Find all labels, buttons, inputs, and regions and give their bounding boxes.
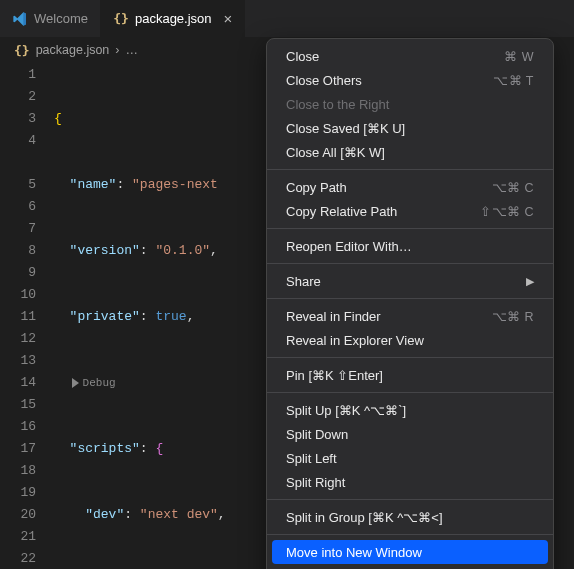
menu-separator: [267, 298, 553, 299]
menu-reveal-explorer[interactable]: Reveal in Explorer View: [272, 328, 548, 352]
chevron-right-icon: ›: [115, 43, 119, 57]
json-icon: {}: [14, 43, 30, 58]
menu-split-right[interactable]: Split Right: [272, 470, 548, 494]
menu-separator: [267, 169, 553, 170]
menu-separator: [267, 499, 553, 500]
menu-close-all[interactable]: Close All [⌘K W]: [272, 140, 548, 164]
chevron-right-icon: ▶: [526, 275, 534, 288]
menu-reopen-with[interactable]: Reopen Editor With…: [272, 234, 548, 258]
menu-copy-new-window[interactable]: Copy into New Window [⌘K O]: [272, 564, 548, 569]
menu-split-up[interactable]: Split Up [⌘K ^⌥⌘`]: [272, 398, 548, 422]
menu-split-in-group[interactable]: Split in Group [⌘K ^⌥⌘<]: [272, 505, 548, 529]
menu-copy-relative-path[interactable]: Copy Relative Path⇧⌥⌘ C: [272, 199, 548, 223]
menu-share[interactable]: Share▶: [272, 269, 548, 293]
menu-split-left[interactable]: Split Left: [272, 446, 548, 470]
tab-welcome[interactable]: Welcome: [0, 0, 101, 37]
tab-bar: Welcome {} package.json ×: [0, 0, 574, 38]
menu-separator: [267, 392, 553, 393]
menu-separator: [267, 263, 553, 264]
tab-welcome-label: Welcome: [34, 11, 88, 26]
breadcrumb-file: package.json: [36, 43, 110, 57]
menu-separator: [267, 534, 553, 535]
debug-codelens[interactable]: Debug: [70, 372, 116, 394]
menu-move-new-window[interactable]: Move into New Window: [272, 540, 548, 564]
menu-close-right: Close to the Right: [272, 92, 548, 116]
menu-reveal-finder[interactable]: Reveal in Finder⌥⌘ R: [272, 304, 548, 328]
menu-separator: [267, 357, 553, 358]
menu-pin[interactable]: Pin [⌘K ⇧Enter]: [272, 363, 548, 387]
tab-package-json[interactable]: {} package.json ×: [101, 0, 245, 37]
line-gutter: 12345678910111213141516171819202122: [0, 64, 54, 569]
menu-split-down[interactable]: Split Down: [272, 422, 548, 446]
json-icon: {}: [113, 11, 129, 27]
close-icon[interactable]: ×: [224, 11, 233, 26]
tab-package-json-label: package.json: [135, 11, 212, 26]
vscode-icon: [12, 11, 28, 27]
play-icon: [72, 378, 79, 388]
menu-close-others[interactable]: Close Others⌥⌘ T: [272, 68, 548, 92]
menu-copy-path[interactable]: Copy Path⌥⌘ C: [272, 175, 548, 199]
breadcrumb-rest: …: [126, 43, 139, 57]
menu-separator: [267, 228, 553, 229]
tab-context-menu: Close⌘ W Close Others⌥⌘ T Close to the R…: [266, 38, 554, 569]
menu-close-saved[interactable]: Close Saved [⌘K U]: [272, 116, 548, 140]
menu-close[interactable]: Close⌘ W: [272, 44, 548, 68]
